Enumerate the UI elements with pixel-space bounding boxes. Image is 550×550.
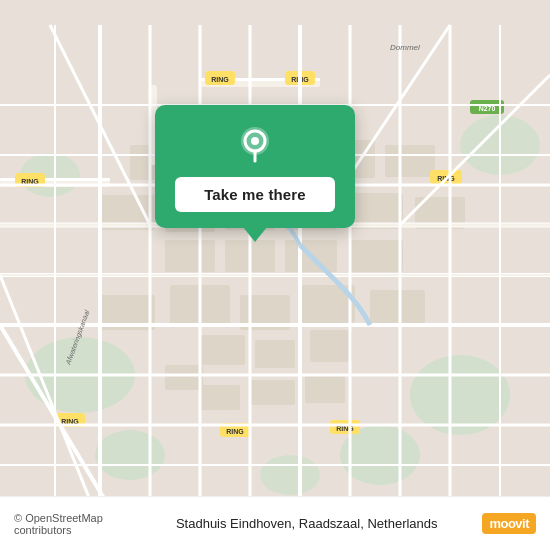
svg-text:Dommel: Dommel xyxy=(390,43,420,52)
svg-point-2 xyxy=(410,355,510,435)
location-title: Stadhuis Eindhoven, Raadszaal, Netherlan… xyxy=(131,516,482,531)
bottom-bar: © OpenStreetMap contributors Stadhuis Ei… xyxy=(0,496,550,550)
map-container: RING RING RING N270 RING RING RING RING xyxy=(0,0,550,550)
svg-text:N270: N270 xyxy=(479,105,496,112)
location-pin-icon xyxy=(233,123,277,167)
svg-rect-24 xyxy=(385,145,435,177)
svg-rect-17 xyxy=(200,385,240,410)
moovit-logo-text: moovit xyxy=(482,513,536,534)
popup-triangle xyxy=(243,227,267,242)
copyright-text: © OpenStreetMap contributors xyxy=(14,512,131,536)
svg-point-5 xyxy=(260,455,320,495)
svg-rect-14 xyxy=(310,330,352,362)
svg-rect-16 xyxy=(370,290,425,325)
svg-rect-19 xyxy=(305,375,345,403)
svg-rect-12 xyxy=(255,340,295,368)
svg-point-4 xyxy=(95,430,165,480)
svg-text:RING: RING xyxy=(211,76,229,83)
popup-card: Take me there xyxy=(155,105,355,228)
take-me-there-button[interactable]: Take me there xyxy=(175,177,335,212)
svg-text:RING: RING xyxy=(226,428,244,435)
map-svg: RING RING RING N270 RING RING RING RING xyxy=(0,0,550,550)
svg-rect-11 xyxy=(200,335,245,365)
svg-rect-18 xyxy=(250,380,295,405)
svg-rect-34 xyxy=(348,240,403,272)
svg-rect-13 xyxy=(165,365,203,390)
moovit-logo: moovit xyxy=(482,513,536,534)
svg-point-86 xyxy=(251,137,259,145)
svg-rect-31 xyxy=(165,240,215,272)
